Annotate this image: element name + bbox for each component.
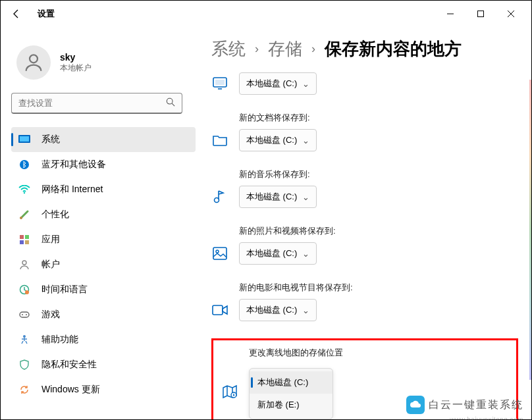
movies-label: 新的电影和电视节目将保存到: <box>239 282 518 294</box>
map-icon <box>221 383 238 400</box>
window-title: 设置 <box>38 8 55 20</box>
svg-rect-27 <box>213 305 223 315</box>
dropdown-value: 本地磁盘 (C:) <box>246 191 297 203</box>
svg-point-20 <box>23 335 26 338</box>
svg-point-19 <box>26 314 27 315</box>
clock-icon <box>18 283 31 296</box>
photos-location-dropdown[interactable]: 本地磁盘 (C:) ⌄ <box>239 242 317 265</box>
nav-time-language[interactable]: 时间和语言 <box>11 277 196 302</box>
svg-rect-11 <box>25 235 29 239</box>
nav-label: 辅助功能 <box>41 334 78 346</box>
svg-rect-6 <box>20 136 29 142</box>
nav-label: 应用 <box>41 234 60 246</box>
nav-label: 游戏 <box>41 309 60 321</box>
account-icon <box>18 258 31 271</box>
breadcrumb-system[interactable]: 系统 <box>211 38 246 61</box>
wifi-icon <box>18 183 31 196</box>
maps-option-c[interactable]: 本地磁盘 (C:) <box>250 371 332 394</box>
nav-system[interactable]: 系统 <box>11 127 196 152</box>
image-icon <box>211 245 228 262</box>
photos-label: 新的照片和视频将保存到: <box>239 225 518 237</box>
apps-icon <box>18 233 31 246</box>
svg-rect-22 <box>215 80 225 85</box>
breadcrumb-storage[interactable]: 存储 <box>268 38 302 61</box>
minimize-button[interactable] <box>435 3 466 24</box>
nav-bluetooth[interactable]: 蓝牙和其他设备 <box>11 152 196 177</box>
cloud-logo-icon <box>406 396 425 414</box>
nav-label: 网络和 Internet <box>41 184 103 196</box>
search-field[interactable] <box>18 98 166 108</box>
video-icon <box>211 302 228 319</box>
maps-label: 更改离线地图的存储位置 <box>249 347 508 359</box>
svg-point-3 <box>167 98 173 104</box>
account-type: 本地帐户 <box>60 63 92 74</box>
nav-label: Windows 更新 <box>41 384 100 396</box>
nav-label: 隐私和安全性 <box>41 359 97 371</box>
watermark: 白云一键重装系统 <box>406 396 523 414</box>
nav-apps[interactable]: 应用 <box>11 227 196 252</box>
desktop-icon <box>211 75 228 92</box>
chevron-down-icon: ⌄ <box>302 249 309 259</box>
search-input[interactable] <box>11 93 182 114</box>
svg-rect-13 <box>25 240 29 244</box>
nav-accessibility[interactable]: 辅助功能 <box>11 327 196 352</box>
dropdown-value: 本地磁盘 (C:) <box>246 134 297 146</box>
svg-point-26 <box>216 250 219 253</box>
svg-point-2 <box>30 55 38 63</box>
music-location-dropdown[interactable]: 本地磁盘 (C:) ⌄ <box>239 186 317 208</box>
close-button[interactable] <box>496 3 526 24</box>
shield-icon <box>18 358 31 371</box>
user-profile[interactable]: sky 本地帐户 <box>11 40 196 93</box>
chevron-down-icon: ⌄ <box>302 305 309 315</box>
folder-icon <box>211 132 228 149</box>
svg-point-7 <box>20 160 29 169</box>
chevron-down-icon: ⌄ <box>302 136 309 145</box>
gamepad-icon <box>18 308 31 321</box>
documents-label: 新的文档将保存到: <box>239 112 518 124</box>
nav-gaming[interactable]: 游戏 <box>11 302 196 327</box>
option-label: 新加卷 (E:) <box>257 399 300 411</box>
back-button[interactable] <box>6 3 27 24</box>
chevron-right-icon: › <box>311 42 315 56</box>
brush-icon <box>18 208 31 221</box>
music-label: 新的音乐将保存到: <box>239 169 518 180</box>
svg-point-14 <box>22 261 26 265</box>
dropdown-value: 本地磁盘 (C:) <box>246 304 297 316</box>
svg-point-8 <box>24 192 25 194</box>
nav-label: 蓝牙和其他设备 <box>41 159 106 171</box>
nav-network[interactable]: 网络和 Internet <box>11 177 196 202</box>
chevron-down-icon: ⌄ <box>302 192 309 202</box>
nav-update[interactable]: Windows 更新 <box>11 377 196 402</box>
maps-option-e[interactable]: 新加卷 (E:) <box>250 394 332 416</box>
avatar-icon <box>16 45 51 80</box>
decorative-edge <box>529 80 531 380</box>
nav-label: 时间和语言 <box>41 284 88 296</box>
nav-privacy[interactable]: 隐私和安全性 <box>11 352 196 377</box>
watermark-url: www.baiyunxitong.com <box>450 416 523 420</box>
svg-rect-25 <box>213 248 226 259</box>
nav-label: 个性化 <box>41 209 69 221</box>
maximize-button[interactable] <box>466 3 496 24</box>
system-icon <box>18 133 31 146</box>
svg-point-24 <box>215 198 219 203</box>
movies-location-dropdown[interactable]: 本地磁盘 (C:) ⌄ <box>239 299 317 321</box>
option-label: 本地磁盘 (C:) <box>257 377 308 388</box>
username: sky <box>60 52 92 63</box>
maps-location-options: 本地磁盘 (C:) 新加卷 (E:) <box>249 368 333 419</box>
chevron-down-icon: ⌄ <box>302 79 309 89</box>
nav-accounts[interactable]: 帐户 <box>11 252 196 277</box>
apps-location-dropdown[interactable]: 本地磁盘 (C:) ⌄ <box>239 72 317 95</box>
nav-personalization[interactable]: 个性化 <box>11 202 196 227</box>
svg-point-16 <box>25 290 29 294</box>
bluetooth-icon <box>18 158 31 171</box>
nav-label: 帐户 <box>41 259 60 271</box>
svg-line-4 <box>172 103 174 106</box>
svg-rect-12 <box>20 240 24 244</box>
watermark-text: 白云一键重装系统 <box>429 398 523 412</box>
documents-location-dropdown[interactable]: 本地磁盘 (C:) ⌄ <box>239 129 317 151</box>
search-icon <box>166 97 175 109</box>
nav-label: 系统 <box>41 134 60 145</box>
svg-rect-10 <box>20 235 24 239</box>
chevron-right-icon: › <box>255 42 259 56</box>
update-icon <box>18 383 31 396</box>
